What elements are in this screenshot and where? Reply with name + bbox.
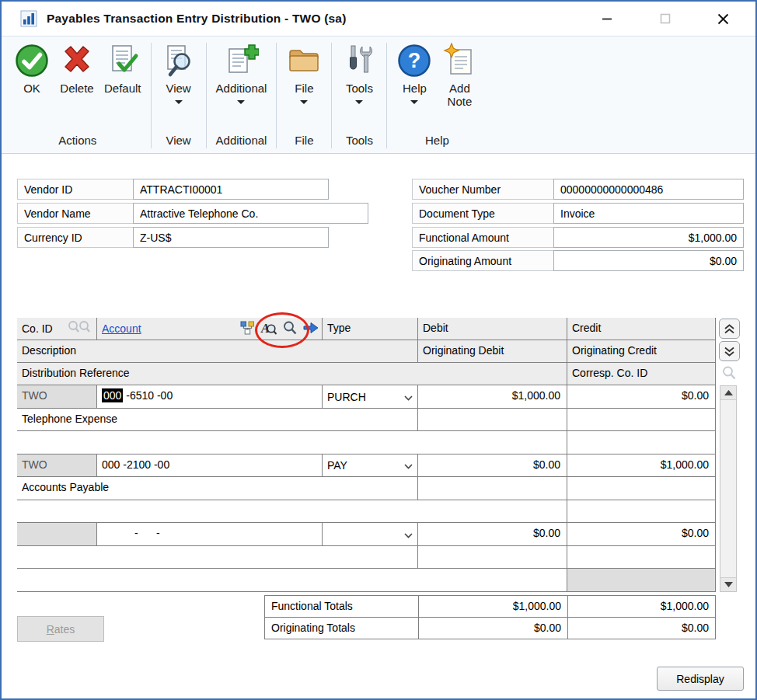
delete-button[interactable]: Delete xyxy=(54,38,99,96)
originating-debit-cell xyxy=(418,546,567,569)
find-account-icon[interactable]: A xyxy=(260,320,277,338)
minimize-button[interactable] xyxy=(577,2,636,36)
corresp-co-id-cell xyxy=(567,431,716,454)
document-type-label: Document Type xyxy=(412,203,554,224)
header-account: Account A xyxy=(97,318,323,340)
originating-totals-label: Originating Totals xyxy=(264,617,419,639)
redisplay-button[interactable]: Redisplay xyxy=(657,667,744,691)
functional-amount-label: Functional Amount xyxy=(412,227,554,248)
originating-credit-cell xyxy=(567,546,716,569)
grid-scrollbar[interactable] xyxy=(720,385,737,592)
add-note-button[interactable]: Add Note xyxy=(437,38,482,109)
scroll-down-button[interactable] xyxy=(720,577,736,591)
co-id-cell: TWO xyxy=(17,454,97,477)
distribution-reference-cell[interactable] xyxy=(17,500,567,523)
tools-button[interactable]: Tools xyxy=(337,38,382,104)
functional-total-credit: $1,000.00 xyxy=(567,595,716,618)
originating-total-debit: $0.00 xyxy=(418,617,568,639)
view-icon xyxy=(161,43,197,78)
header-originating-credit: Originating Credit xyxy=(567,340,716,363)
debit-cell[interactable]: $0.00 xyxy=(418,523,567,546)
account-segments-icon[interactable] xyxy=(240,321,255,337)
header-corresp-co-id: Corresp. Co. ID xyxy=(567,363,716,385)
account-segment-rest: -6510 -00 xyxy=(123,389,173,402)
account-link[interactable]: Account xyxy=(102,322,141,335)
toolbar: OK Delete xyxy=(2,36,755,154)
delete-button-label: Delete xyxy=(60,82,93,96)
corresp-co-id-cell xyxy=(567,569,716,592)
account-cell[interactable]: - - xyxy=(97,523,323,546)
window-controls xyxy=(577,2,752,36)
type-value: PURCH xyxy=(327,391,366,403)
header-description: Description xyxy=(17,340,418,363)
header-credit: Credit xyxy=(567,318,716,340)
currency-id-field[interactable]: Z-US$ xyxy=(133,227,329,248)
svg-text:?: ? xyxy=(408,49,421,72)
type-combo[interactable]: PAY xyxy=(323,454,418,477)
file-button[interactable]: File xyxy=(281,38,326,104)
voucher-number-field: 00000000000000486 xyxy=(553,179,744,200)
payables-distribution-window: Payables Transaction Entry Distribution … xyxy=(0,0,757,700)
type-combo[interactable]: PURCH xyxy=(323,385,418,409)
corresp-co-id-cell xyxy=(567,500,716,523)
distribution-reference-cell[interactable] xyxy=(17,431,567,454)
credit-cell[interactable]: $1,000.00 xyxy=(567,454,716,477)
header-distribution-reference: Distribution Reference xyxy=(17,363,567,385)
default-button[interactable]: Default xyxy=(99,38,146,96)
default-icon xyxy=(105,43,141,78)
maximize-button[interactable] xyxy=(636,2,694,36)
co-id-cell xyxy=(17,523,97,546)
view-button-label: View xyxy=(166,82,190,96)
help-icon: ? xyxy=(396,43,432,78)
originating-amount-label: Originating Amount xyxy=(412,250,554,271)
account-cell[interactable]: 000 -2100 -00 xyxy=(97,454,323,477)
chevron-down-icon xyxy=(404,528,413,541)
toolbar-group-additional: Additional Additional xyxy=(211,38,272,153)
additional-button[interactable]: Additional xyxy=(211,38,272,104)
header-type: Type xyxy=(323,318,418,340)
account-value: 000 -2100 -00 xyxy=(102,458,169,471)
debit-cell[interactable]: $0.00 xyxy=(418,454,567,477)
debit-cell[interactable]: $1,000.00 xyxy=(418,385,567,409)
lookup-icon[interactable] xyxy=(282,320,298,338)
default-button-label: Default xyxy=(104,82,141,96)
dropdown-caret-icon xyxy=(355,100,363,104)
credit-cell[interactable]: $0.00 xyxy=(567,385,716,409)
rates-button[interactable]: Rates xyxy=(17,616,104,642)
toolbar-group-view: View View xyxy=(156,38,201,153)
co-id-header-label: Co. ID xyxy=(22,322,53,335)
description-cell[interactable]: Accounts Payable xyxy=(17,477,418,500)
expand-rows-button[interactable] xyxy=(719,341,740,361)
scroll-up-button[interactable] xyxy=(720,386,736,400)
tools-icon xyxy=(341,43,377,78)
description-cell[interactable]: Telephone Expense xyxy=(17,409,418,431)
credit-cell[interactable]: $0.00 xyxy=(567,523,716,546)
tools-button-label: Tools xyxy=(346,82,373,96)
account-expand-arrow-icon[interactable] xyxy=(303,322,319,336)
header-co-id: Co. ID xyxy=(17,318,97,340)
functional-amount-field: $1,000.00 xyxy=(553,227,744,248)
file-icon xyxy=(286,43,322,78)
delete-icon xyxy=(59,43,95,78)
dropdown-caret-icon xyxy=(175,100,183,104)
ok-button[interactable]: OK xyxy=(9,38,54,96)
add-note-button-label: Add Note xyxy=(441,82,477,109)
document-type-field: Invoice xyxy=(553,203,744,224)
co-id-lookup-icons xyxy=(67,320,93,337)
help-button[interactable]: ? Help xyxy=(392,38,437,104)
type-combo[interactable] xyxy=(323,523,418,546)
collapse-rows-button[interactable] xyxy=(719,319,740,339)
originating-credit-cell xyxy=(567,409,716,431)
ok-button-label: OK xyxy=(23,82,40,96)
distribution-grid: Co. ID Account xyxy=(17,318,743,641)
redisplay-button-label: Redisplay xyxy=(676,673,724,685)
vendor-id-field[interactable]: ATTRACTI00001 xyxy=(133,179,329,200)
vendor-name-label: Vendor Name xyxy=(17,203,134,224)
view-button[interactable]: View xyxy=(156,38,201,104)
dropdown-caret-icon xyxy=(300,100,308,104)
account-cell[interactable]: 000 -6510 -00 xyxy=(97,385,323,409)
group-label-view: View xyxy=(156,132,201,153)
close-button[interactable] xyxy=(694,2,752,36)
account-value: - - xyxy=(134,527,160,539)
group-label-file: File xyxy=(281,132,326,153)
